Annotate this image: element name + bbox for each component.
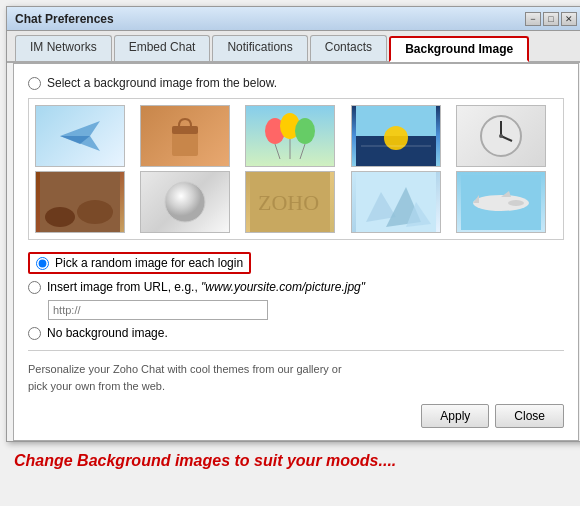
- svg-line-7: [275, 144, 280, 159]
- svg-point-17: [499, 134, 503, 138]
- svg-point-22: [165, 182, 205, 222]
- svg-line-9: [300, 144, 305, 159]
- close-button[interactable]: ✕: [561, 12, 577, 26]
- tab-embed-chat[interactable]: Embed Chat: [114, 35, 211, 61]
- window-title: Chat Preferences: [15, 12, 114, 26]
- no-background-radio[interactable]: [28, 327, 41, 340]
- random-image-label: Pick a random image for each login: [55, 256, 243, 270]
- tab-background-image[interactable]: Background Image: [389, 36, 529, 62]
- random-image-highlight: Pick a random image for each login: [28, 252, 251, 274]
- select-image-label: Select a background image from the below…: [47, 76, 277, 90]
- image-cell-pearl[interactable]: [140, 171, 230, 233]
- window-controls: − □ ✕: [525, 12, 577, 26]
- no-background-option[interactable]: No background image.: [28, 326, 564, 340]
- image-cell-paper-plane[interactable]: [35, 105, 125, 167]
- minimize-button[interactable]: −: [525, 12, 541, 26]
- svg-text:ZOHO: ZOHO: [258, 190, 319, 215]
- svg-rect-3: [172, 126, 198, 134]
- tab-content: Select a background image from the below…: [13, 63, 579, 441]
- svg-point-20: [77, 200, 113, 224]
- svg-point-12: [384, 126, 408, 150]
- image-cell-ice[interactable]: [351, 171, 441, 233]
- apply-button[interactable]: Apply: [421, 404, 489, 428]
- title-bar: Chat Preferences − □ ✕: [7, 7, 580, 31]
- url-image-option[interactable]: Insert image from URL, e.g., "www.yoursi…: [28, 280, 564, 294]
- maximize-button[interactable]: □: [543, 12, 559, 26]
- svg-point-19: [45, 207, 75, 227]
- image-cell-airplane[interactable]: [456, 171, 546, 233]
- image-cell-sandy[interactable]: ZOHO: [245, 171, 335, 233]
- svg-point-31: [508, 200, 524, 206]
- footer-text: Personalize your Zoho Chat with cool the…: [28, 361, 564, 394]
- image-cell-balloons[interactable]: [245, 105, 335, 167]
- image-cell-sunset[interactable]: [351, 105, 441, 167]
- url-image-label: Insert image from URL, e.g., "www.yoursi…: [47, 280, 365, 294]
- random-image-radio[interactable]: [36, 257, 49, 270]
- url-input-row: [28, 300, 564, 326]
- close-button-dialog[interactable]: Close: [495, 404, 564, 428]
- select-image-option[interactable]: Select a background image from the below…: [28, 76, 564, 90]
- tab-contacts[interactable]: Contacts: [310, 35, 387, 61]
- image-cell-clock[interactable]: [456, 105, 546, 167]
- image-grid: ZOHO: [28, 98, 564, 240]
- options-section: Pick a random image for each login Inser…: [28, 252, 564, 340]
- tab-notifications[interactable]: Notifications: [212, 35, 307, 61]
- random-image-option[interactable]: Pick a random image for each login: [28, 252, 564, 274]
- chat-preferences-window: Chat Preferences − □ ✕ IM Networks Embed…: [6, 6, 580, 442]
- url-image-radio[interactable]: [28, 281, 41, 294]
- no-background-label: No background image.: [47, 326, 168, 340]
- svg-point-6: [295, 118, 315, 144]
- image-cell-brown-bag[interactable]: [140, 105, 230, 167]
- select-image-radio[interactable]: [28, 77, 41, 90]
- divider: [28, 350, 564, 351]
- tab-im-networks[interactable]: IM Networks: [15, 35, 112, 61]
- button-row: Apply Close: [28, 404, 564, 428]
- image-cell-dirt[interactable]: [35, 171, 125, 233]
- url-input[interactable]: [48, 300, 268, 320]
- tab-bar: IM Networks Embed Chat Notifications Con…: [7, 31, 580, 63]
- bottom-message: Change Background images to suit your mo…: [6, 442, 574, 474]
